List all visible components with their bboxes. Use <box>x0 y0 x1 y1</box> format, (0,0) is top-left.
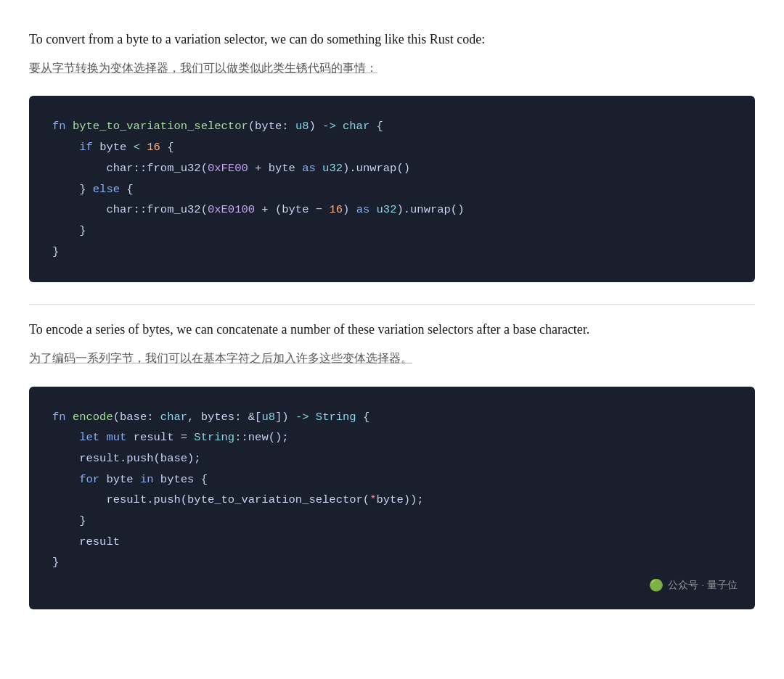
code-token: fn <box>52 411 73 424</box>
code-token: , bytes: &[ <box>187 411 261 424</box>
watermark: 🟢 公众号 · 量子位 <box>649 575 738 596</box>
code-line: result.push(base); <box>52 448 732 469</box>
code-token: for <box>79 473 99 486</box>
code-token: u32 <box>322 162 343 175</box>
code-token: − <box>316 203 322 216</box>
code-line: result <box>52 532 732 553</box>
code-token <box>52 473 79 486</box>
section-intro-2: To encode a series of bytes, we can conc… <box>29 319 755 369</box>
code-token: { <box>120 183 134 196</box>
code-token: (base: <box>113 411 160 424</box>
intro-text-zh-2: 为了编码一系列字节，我们可以在基本字符之后加入许多这些变体选择器。 <box>29 348 755 369</box>
code-token: result = <box>126 431 194 444</box>
code-token: 16 <box>329 203 343 216</box>
code-line: result.push(byte_to_variation_selector(*… <box>52 490 732 511</box>
code-token: 16 <box>147 141 160 154</box>
code-token: mut <box>106 431 126 444</box>
code-token: } <box>52 556 59 569</box>
code-token: byte <box>99 473 140 486</box>
code-line: } <box>52 511 732 532</box>
code-token: bytes { <box>154 473 208 486</box>
code-token: ]) <box>275 411 295 424</box>
code-token: if <box>79 141 93 154</box>
code-token: ::new(); <box>234 431 288 444</box>
code-token: + (byte <box>255 203 316 216</box>
code-token <box>336 120 343 133</box>
code-token: { <box>369 120 383 133</box>
code-token: result.push(byte_to_variation_selector( <box>52 493 369 506</box>
code-token <box>322 203 329 216</box>
code-line: } <box>52 221 732 242</box>
code-token: } <box>52 224 86 237</box>
code-line: if byte < 16 { <box>52 137 732 158</box>
code-token: -> <box>322 120 336 133</box>
code-line: } else { <box>52 179 732 200</box>
code-token: u32 <box>377 203 397 216</box>
code-token: else <box>93 183 120 196</box>
code-token: as <box>302 162 316 175</box>
code-line: fn encode(base: char, bytes: &[u8]) -> S… <box>52 407 732 428</box>
code-token: ).unwrap() <box>396 203 464 216</box>
code-token: (byte: <box>248 120 295 133</box>
code-token: } <box>52 183 93 196</box>
code-token: { <box>356 411 370 424</box>
code-token: String <box>194 431 234 444</box>
code-token: as <box>356 203 370 216</box>
code-token: String <box>316 411 356 424</box>
code-token: ) <box>309 120 322 133</box>
code-token: char::from_u32( <box>52 203 208 216</box>
intro-text-zh-1: 要从字节转换为变体选择器，我们可以做类似此类生锈代码的事情： <box>29 58 755 79</box>
code-token: -> <box>295 411 309 424</box>
wechat-icon: 🟢 <box>649 575 663 596</box>
code-line: for byte in bytes { <box>52 469 732 490</box>
code-token: } <box>52 245 59 258</box>
code-token: byte_to_variation_selector <box>73 120 248 133</box>
code-token <box>140 141 147 154</box>
code-token: ) <box>343 203 356 216</box>
code-token: 0xFE00 <box>208 162 248 175</box>
code-token: { <box>160 141 174 154</box>
code-token: encode <box>73 411 113 424</box>
code-line: fn byte_to_variation_selector(byte: u8) … <box>52 116 732 137</box>
code-token <box>52 141 79 154</box>
code-line: char::from_u32(0xFE00 + byte as u32).unw… <box>52 158 732 179</box>
intro-text-en-1: To convert from a byte to a variation se… <box>29 29 755 51</box>
code-line: } <box>52 242 732 263</box>
code-token: } <box>52 514 86 527</box>
section-intro-1: To convert from a byte to a variation se… <box>29 29 755 78</box>
code-token: byte)); <box>376 493 423 506</box>
code-line: let mut result = String::new(); <box>52 427 732 448</box>
code-token: fn <box>52 120 73 133</box>
code-token: < <box>134 141 140 154</box>
code-line: char::from_u32(0xE0100 + (byte − 16) as … <box>52 199 732 221</box>
code-token: char <box>160 411 187 424</box>
watermark-text: 公众号 · 量子位 <box>668 576 738 595</box>
code-token <box>369 203 376 216</box>
code-line: } <box>52 552 732 573</box>
code-token: result.push(base); <box>52 452 201 465</box>
code-token: u8 <box>295 120 309 133</box>
code-token: result <box>52 535 120 548</box>
code-token <box>52 431 79 444</box>
code-block-1: fn byte_to_variation_selector(byte: u8) … <box>29 96 755 282</box>
code-token: in <box>140 473 154 486</box>
code-token <box>316 162 322 175</box>
code-block-2: fn encode(base: char, bytes: &[u8]) -> S… <box>29 387 755 609</box>
code-token: u8 <box>261 411 275 424</box>
code-token: char::from_u32( <box>52 162 208 175</box>
divider-1 <box>29 304 755 305</box>
code-token: ).unwrap() <box>343 162 410 175</box>
code-token: let <box>79 431 99 444</box>
code-token: char <box>343 120 369 133</box>
code-token <box>309 411 316 424</box>
code-token: + byte <box>248 162 302 175</box>
code-token: byte <box>93 141 134 154</box>
code-token: 0xE0100 <box>208 203 255 216</box>
intro-text-en-2: To encode a series of bytes, we can conc… <box>29 319 755 341</box>
